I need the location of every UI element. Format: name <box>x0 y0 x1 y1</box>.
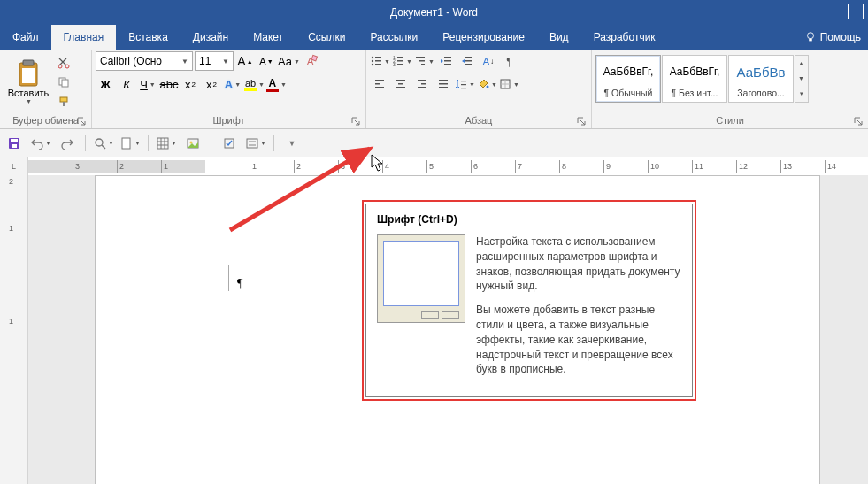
brush-icon <box>58 96 70 108</box>
tell-me[interactable]: Помощь <box>797 25 868 50</box>
eraser-icon: A <box>304 54 319 68</box>
font-name-combo[interactable]: Calibri (Осно▼ <box>96 51 193 71</box>
svg-rect-28 <box>444 57 451 58</box>
clipboard-launcher[interactable] <box>75 115 88 127</box>
tooltip-title: Шрифт (Ctrl+D) <box>377 213 681 226</box>
menu-layout[interactable]: Макет <box>241 25 296 50</box>
indent-icon <box>461 55 473 67</box>
svg-point-13 <box>372 57 373 58</box>
save-button[interactable] <box>4 133 25 154</box>
group-clipboard: Вставить ▼ Буфер обмена <box>0 50 92 128</box>
sort-button[interactable]: A↓ <box>479 51 498 71</box>
style-normal[interactable]: АаБбВвГг, ¶ Обычный <box>595 55 661 103</box>
shading-button[interactable]: ▼ <box>477 74 497 94</box>
styles-launcher[interactable] <box>852 115 864 127</box>
line-spacing-button[interactable]: ▼ <box>455 74 475 94</box>
svg-rect-47 <box>461 84 466 85</box>
justify-button[interactable] <box>434 74 453 94</box>
form-icon <box>245 136 259 150</box>
title-bar: Документ1 - Word <box>0 0 868 25</box>
align-left-icon <box>373 78 386 90</box>
underline-button[interactable]: Ч▼ <box>138 74 157 94</box>
style-heading1[interactable]: АаБбВв Заголово... <box>728 55 794 103</box>
borders-button[interactable]: ▼ <box>499 74 519 94</box>
style-no-spacing[interactable]: АаБбВвГг, ¶ Без инт... <box>662 55 727 103</box>
paste-button[interactable]: Вставить ▼ <box>4 51 53 112</box>
text-effects-button[interactable]: A▼ <box>223 74 242 94</box>
svg-rect-14 <box>375 57 381 58</box>
form-button[interactable]: ▼ <box>245 133 266 154</box>
save-icon <box>7 136 21 150</box>
svg-rect-31 <box>465 57 472 58</box>
decrease-indent-button[interactable] <box>436 51 456 71</box>
multilevel-button[interactable]: ▼ <box>414 51 434 71</box>
picture-button[interactable] <box>182 133 204 154</box>
subscript-button[interactable]: x2 <box>181 74 200 94</box>
window-title: Документ1 - Word <box>390 6 478 19</box>
paragraph-launcher[interactable] <box>575 115 588 127</box>
table-button[interactable]: ▼ <box>156 133 177 154</box>
svg-rect-32 <box>465 60 472 62</box>
font-size-combo[interactable]: 11▼ <box>195 51 234 71</box>
styles-gallery-more[interactable]: ▲▼▾ <box>795 55 809 103</box>
italic-button[interactable]: К <box>117 74 136 94</box>
align-right-button[interactable] <box>412 74 432 94</box>
vertical-ruler[interactable]: 2 1 1 <box>0 175 28 484</box>
svg-rect-68 <box>249 141 256 142</box>
menu-mailings[interactable]: Рассылки <box>357 25 430 50</box>
menu-developer[interactable]: Разработчик <box>581 25 668 50</box>
format-painter-button[interactable] <box>55 94 73 110</box>
svg-rect-44 <box>439 83 448 85</box>
menu-home[interactable]: Главная <box>51 25 117 50</box>
font-color-button[interactable]: A▼ <box>266 74 287 94</box>
shrink-font-button[interactable]: A▼ <box>257 51 276 71</box>
bold-button[interactable]: Ж <box>96 74 115 94</box>
clear-formatting-button[interactable]: A <box>302 51 321 71</box>
bullets-button[interactable]: ▼ <box>370 51 390 71</box>
svg-rect-8 <box>62 80 68 87</box>
svg-rect-37 <box>396 80 405 81</box>
menu-design[interactable]: Дизайн <box>181 25 241 50</box>
strikethrough-button[interactable]: abc <box>159 74 179 94</box>
numbering-button[interactable]: 123▼ <box>392 51 412 71</box>
align-left-button[interactable] <box>370 74 389 94</box>
menu-view[interactable]: Вид <box>537 25 581 50</box>
increase-indent-button[interactable] <box>457 51 477 71</box>
customize-qat[interactable]: ▼ <box>281 133 303 154</box>
svg-rect-54 <box>11 139 18 142</box>
svg-point-49 <box>486 86 488 88</box>
new-doc-button[interactable]: ▼ <box>119 133 141 154</box>
svg-rect-33 <box>465 64 472 65</box>
svg-rect-42 <box>418 87 426 88</box>
ribbon-display-icon[interactable] <box>848 4 864 19</box>
tooltip-thumbnail <box>377 234 465 323</box>
align-right-icon <box>416 78 428 90</box>
bucket-icon <box>477 78 489 90</box>
menu-file[interactable]: Файл <box>0 25 51 50</box>
grow-font-button[interactable]: A▲ <box>235 51 255 71</box>
superscript-button[interactable]: x2 <box>202 74 221 94</box>
align-center-button[interactable] <box>391 74 411 94</box>
svg-rect-10 <box>63 102 65 106</box>
copy-button[interactable] <box>55 74 73 90</box>
svg-rect-9 <box>60 97 67 102</box>
cut-button[interactable] <box>55 55 73 71</box>
svg-rect-48 <box>461 88 466 88</box>
show-marks-button[interactable]: ¶ <box>500 51 519 71</box>
redo-button[interactable] <box>57 133 78 154</box>
highlight-button[interactable]: ab▼ <box>244 74 265 94</box>
font-launcher[interactable] <box>350 115 362 127</box>
change-case-button[interactable]: Aa▼ <box>278 51 300 71</box>
svg-rect-58 <box>122 138 130 149</box>
undo-button[interactable]: ▼ <box>30 133 51 154</box>
print-preview-button[interactable]: ▼ <box>93 133 114 154</box>
svg-rect-30 <box>444 64 451 65</box>
svg-point-0 <box>807 33 813 39</box>
menu-review[interactable]: Рецензирование <box>430 25 537 50</box>
magnifier-icon <box>93 136 107 150</box>
horizontal-ruler[interactable]: 321123456789101112131415 <box>28 157 868 175</box>
checkbox-button[interactable] <box>219 133 240 154</box>
menu-insert[interactable]: Вставка <box>116 25 181 50</box>
borders-icon <box>499 78 511 90</box>
menu-references[interactable]: Ссылки <box>296 25 357 50</box>
